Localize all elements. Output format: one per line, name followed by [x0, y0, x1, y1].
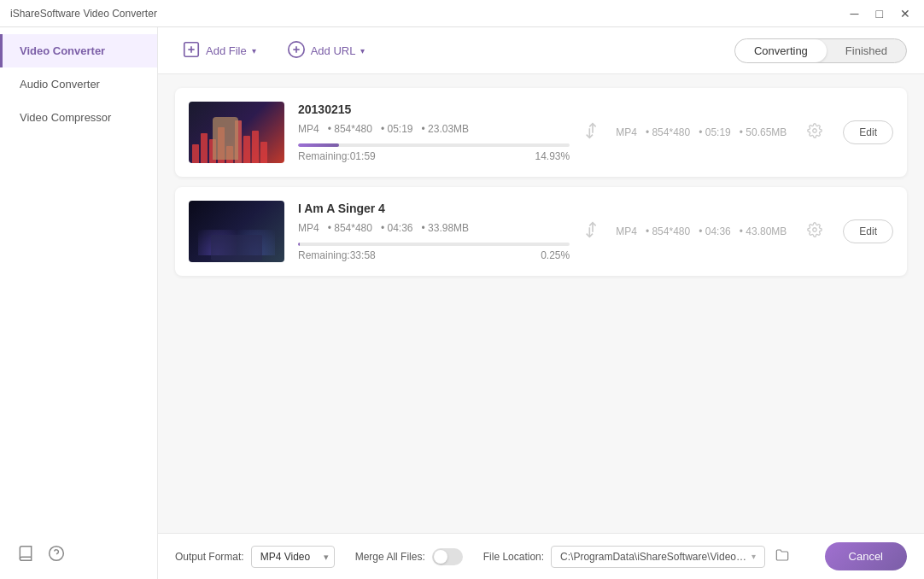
file-progress-1: Remaining:01:59 14.93% [298, 143, 570, 162]
progress-fill-1 [298, 143, 339, 147]
file-src-meta-1: MP4 854*480 05:19 23.03MB [298, 123, 570, 135]
out-resolution-1: 854*480 [646, 126, 690, 138]
file-title-1: 20130215 [298, 102, 570, 116]
tab-converting[interactable]: Converting [735, 39, 827, 62]
add-url-icon [287, 40, 306, 61]
window-controls: ─ □ ✕ [847, 5, 914, 22]
settings-button-1[interactable] [800, 120, 829, 145]
sidebar-item-video-compressor[interactable]: Video Compressor [0, 101, 157, 134]
edit-button-2[interactable]: Edit [843, 219, 893, 243]
tab-finished[interactable]: Finished [827, 39, 906, 62]
add-file-button[interactable]: Add File ▾ [175, 35, 263, 67]
app-body: Video Converter Audio Converter Video Co… [0, 27, 924, 579]
file-progress-2: Remaining:33:58 0.25% [298, 243, 570, 261]
file-info-1: 20130215 MP4 854*480 05:19 23.03MB Remai… [298, 102, 570, 162]
src-format-1: MP4 [298, 123, 319, 135]
output-format-select[interactable]: MP4 Video AVI Video MOV Video MKV Video [251, 546, 335, 568]
src-duration-1: 05:19 [381, 123, 413, 135]
file-title-2: I Am A Singer 4 [298, 202, 570, 215]
file-out-meta-2: MP4 854*480 04:36 43.80MB [616, 225, 787, 237]
edit-button-1[interactable]: Edit [843, 120, 893, 144]
file-thumbnail-1 [189, 102, 284, 163]
out-format-2: MP4 [616, 225, 637, 237]
sidebar: Video Converter Audio Converter Video Co… [0, 27, 158, 579]
svg-point-8 [813, 129, 817, 133]
status-tab-toggle: Converting Finished [734, 38, 907, 63]
file-location-label: File Location: [483, 551, 544, 563]
src-resolution-2: 854*480 [328, 222, 372, 234]
output-format-label: Output Format: [175, 551, 244, 563]
convert-arrow-1 [583, 121, 602, 144]
sidebar-footer [0, 531, 157, 579]
output-format-field: Output Format: MP4 Video AVI Video MOV V… [175, 546, 335, 568]
file-thumbnail-2 [189, 201, 284, 262]
src-size-2: 33.98MB [422, 222, 470, 234]
settings-button-2[interactable] [800, 219, 829, 244]
path-chevron-icon: ▾ [751, 552, 756, 561]
add-url-button[interactable]: Add URL ▾ [280, 35, 372, 67]
out-duration-1: 05:19 [699, 126, 731, 138]
sidebar-item-audio-converter[interactable]: Audio Converter [0, 67, 157, 101]
add-file-chevron-icon: ▾ [252, 46, 256, 56]
file-out-meta-1: MP4 854*480 05:19 50.65MB [616, 126, 787, 138]
file-location-field: File Location: C:\ProgramData\iShareSoft… [483, 546, 789, 568]
remaining-1: Remaining:01:59 [298, 150, 376, 162]
file-card-1: 20130215 MP4 854*480 05:19 23.03MB Remai… [175, 88, 907, 177]
toggle-knob [434, 550, 447, 564]
app-title: iShareSoftware Video Converter [10, 8, 157, 20]
svg-point-0 [50, 547, 64, 561]
merge-label: Merge All Files: [355, 551, 425, 563]
out-size-2: 43.80MB [740, 225, 787, 237]
merge-field: Merge All Files: [355, 548, 463, 565]
remaining-2: Remaining:33:58 [298, 249, 376, 261]
progress-fill-2 [298, 243, 300, 246]
out-size-1: 50.65MB [740, 126, 787, 138]
merge-toggle[interactable] [432, 548, 463, 565]
cancel-button[interactable]: Cancel [825, 542, 907, 570]
src-resolution-1: 854*480 [328, 123, 372, 135]
out-duration-2: 04:36 [699, 225, 731, 237]
help-icon-button[interactable] [48, 545, 65, 565]
percent-2: 0.25% [541, 249, 570, 261]
file-path-text: C:\ProgramData\iShareSoftware\Video Conv… [560, 551, 748, 563]
svg-point-9 [813, 228, 817, 232]
add-file-icon [182, 40, 201, 61]
file-card-2: I Am A Singer 4 MP4 854*480 04:36 33.98M… [175, 187, 907, 276]
percent-1: 14.93% [535, 150, 570, 162]
sidebar-item-video-converter[interactable]: Video Converter [0, 34, 157, 67]
content-area: Add File ▾ Add URL ▾ Converting Finished [158, 27, 924, 579]
src-duration-2: 04:36 [381, 222, 413, 234]
toolbar: Add File ▾ Add URL ▾ Converting Finished [158, 27, 924, 74]
file-info-2: I Am A Singer 4 MP4 854*480 04:36 33.98M… [298, 202, 570, 261]
add-url-chevron-icon: ▾ [360, 46, 365, 56]
browse-folder-button[interactable] [775, 548, 789, 564]
maximize-button[interactable]: □ [873, 5, 886, 22]
close-button[interactable]: ✕ [897, 5, 914, 22]
src-size-1: 23.03MB [422, 123, 470, 135]
file-path-display: C:\ProgramData\iShareSoftware\Video Conv… [551, 546, 765, 568]
title-bar: iShareSoftware Video Converter ─ □ ✕ [0, 0, 924, 27]
out-format-1: MP4 [616, 126, 637, 138]
book-icon-button[interactable] [17, 545, 34, 565]
bottom-bar: Output Format: MP4 Video AVI Video MOV V… [158, 533, 924, 579]
convert-arrow-2 [583, 220, 602, 243]
out-resolution-2: 854*480 [646, 225, 690, 237]
src-format-2: MP4 [298, 222, 319, 234]
file-src-meta-2: MP4 854*480 04:36 33.98MB [298, 222, 570, 234]
file-list: 20130215 MP4 854*480 05:19 23.03MB Remai… [158, 74, 924, 533]
minimize-button[interactable]: ─ [847, 5, 863, 22]
